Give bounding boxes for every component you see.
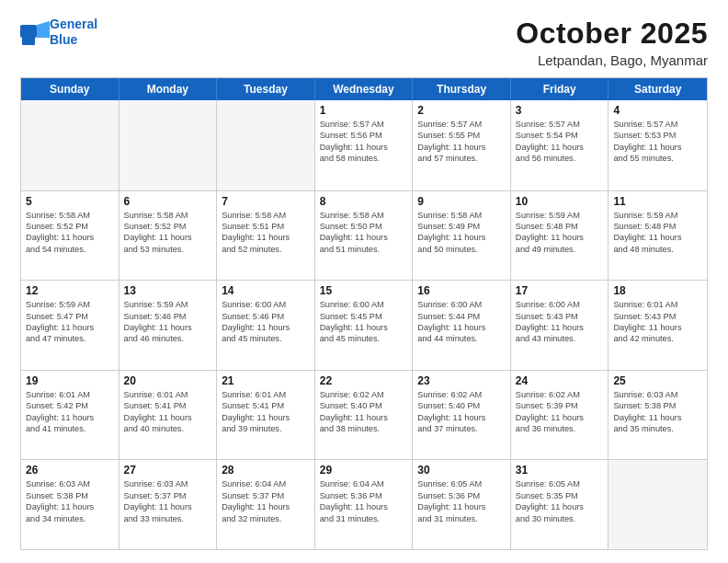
calendar-cell: 9Sunrise: 5:58 AMSunset: 5:49 PMDaylight… <box>413 191 511 281</box>
cell-text: Sunrise: 6:03 AMSunset: 5:38 PMDaylight:… <box>613 389 702 435</box>
header-day-sunday: Sunday <box>21 78 119 100</box>
day-number: 18 <box>613 284 702 297</box>
calendar-cell: 27Sunrise: 6:03 AMSunset: 5:37 PMDayligh… <box>119 460 218 549</box>
calendar-cell: 11Sunrise: 5:59 AMSunset: 5:48 PMDayligh… <box>609 191 707 281</box>
cell-text: Sunrise: 5:59 AMSunset: 5:46 PMDaylight:… <box>124 299 212 345</box>
header-day-thursday: Thursday <box>413 78 511 100</box>
calendar-cell: 28Sunrise: 6:04 AMSunset: 5:37 PMDayligh… <box>217 460 315 549</box>
calendar-cell: 20Sunrise: 6:01 AMSunset: 5:41 PMDayligh… <box>119 371 218 460</box>
location: Letpandan, Bago, Myanmar <box>516 52 708 68</box>
calendar-header: SundayMondayTuesdayWednesdayThursdayFrid… <box>21 78 707 100</box>
day-number: 11 <box>613 195 702 208</box>
day-number: 26 <box>26 464 114 477</box>
day-number: 6 <box>124 195 212 208</box>
svg-rect-2 <box>22 36 35 45</box>
svg-rect-0 <box>20 25 37 38</box>
calendar-cell: 19Sunrise: 6:01 AMSunset: 5:42 PMDayligh… <box>21 371 119 460</box>
cell-text: Sunrise: 6:05 AMSunset: 5:36 PMDaylight:… <box>417 478 506 524</box>
calendar-cell: 5Sunrise: 5:58 AMSunset: 5:52 PMDaylight… <box>21 191 119 281</box>
day-number: 12 <box>26 284 114 297</box>
day-number: 24 <box>516 374 604 387</box>
cell-text: Sunrise: 5:57 AMSunset: 5:53 PMDaylight:… <box>613 119 702 165</box>
logo: General Blue <box>20 17 97 48</box>
calendar-page: General Blue October 2025 Letpandan, Bag… <box>0 0 728 563</box>
cell-text: Sunrise: 5:59 AMSunset: 5:48 PMDaylight:… <box>613 210 702 256</box>
logo-text: General Blue <box>50 17 97 48</box>
day-number: 21 <box>222 374 310 387</box>
calendar-cell <box>119 100 218 190</box>
calendar-row: 26Sunrise: 6:03 AMSunset: 5:38 PMDayligh… <box>21 459 707 549</box>
day-number: 23 <box>417 374 506 387</box>
cell-text: Sunrise: 6:00 AMSunset: 5:45 PMDaylight:… <box>320 299 408 345</box>
calendar-cell <box>21 100 119 190</box>
calendar-cell: 24Sunrise: 6:02 AMSunset: 5:39 PMDayligh… <box>511 371 609 460</box>
day-number: 15 <box>320 284 408 297</box>
day-number: 7 <box>222 195 310 208</box>
cell-text: Sunrise: 5:57 AMSunset: 5:56 PMDaylight:… <box>320 119 408 165</box>
header-day-friday: Friday <box>511 78 609 100</box>
cell-text: Sunrise: 6:01 AMSunset: 5:42 PMDaylight:… <box>26 389 114 435</box>
page-header: General Blue October 2025 Letpandan, Bag… <box>20 17 708 68</box>
cell-text: Sunrise: 6:00 AMSunset: 5:43 PMDaylight:… <box>516 299 604 345</box>
cell-text: Sunrise: 6:03 AMSunset: 5:37 PMDaylight:… <box>124 478 212 524</box>
calendar-cell: 31Sunrise: 6:05 AMSunset: 5:35 PMDayligh… <box>511 460 609 549</box>
calendar-cell: 10Sunrise: 5:59 AMSunset: 5:48 PMDayligh… <box>511 191 609 281</box>
calendar-row: 19Sunrise: 6:01 AMSunset: 5:42 PMDayligh… <box>21 370 707 460</box>
day-number: 22 <box>320 374 408 387</box>
cell-text: Sunrise: 6:02 AMSunset: 5:40 PMDaylight:… <box>320 389 408 435</box>
day-number: 14 <box>222 284 310 297</box>
cell-text: Sunrise: 6:05 AMSunset: 5:35 PMDaylight:… <box>516 478 604 524</box>
calendar-cell: 22Sunrise: 6:02 AMSunset: 5:40 PMDayligh… <box>315 371 414 460</box>
calendar-cell: 8Sunrise: 5:58 AMSunset: 5:50 PMDaylight… <box>315 191 414 281</box>
day-number: 27 <box>124 464 212 477</box>
cell-text: Sunrise: 6:04 AMSunset: 5:36 PMDaylight:… <box>320 478 408 524</box>
day-number: 17 <box>516 284 604 297</box>
cell-text: Sunrise: 5:58 AMSunset: 5:51 PMDaylight:… <box>222 210 310 256</box>
calendar-row: 1Sunrise: 5:57 AMSunset: 5:56 PMDaylight… <box>21 100 707 190</box>
calendar-cell: 14Sunrise: 6:00 AMSunset: 5:46 PMDayligh… <box>217 281 315 370</box>
cell-text: Sunrise: 5:59 AMSunset: 5:48 PMDaylight:… <box>516 210 604 256</box>
day-number: 13 <box>124 284 212 297</box>
calendar-cell: 16Sunrise: 6:00 AMSunset: 5:44 PMDayligh… <box>413 281 511 370</box>
day-number: 8 <box>320 195 408 208</box>
cell-text: Sunrise: 5:57 AMSunset: 5:55 PMDaylight:… <box>417 119 506 165</box>
cell-text: Sunrise: 6:02 AMSunset: 5:39 PMDaylight:… <box>516 389 604 435</box>
cell-text: Sunrise: 6:01 AMSunset: 5:43 PMDaylight:… <box>613 299 702 345</box>
day-number: 3 <box>516 104 604 117</box>
calendar-cell: 21Sunrise: 6:01 AMSunset: 5:41 PMDayligh… <box>217 371 315 460</box>
calendar-cell: 17Sunrise: 6:00 AMSunset: 5:43 PMDayligh… <box>511 281 609 370</box>
calendar-row: 5Sunrise: 5:58 AMSunset: 5:52 PMDaylight… <box>21 190 707 281</box>
cell-text: Sunrise: 5:58 AMSunset: 5:52 PMDaylight:… <box>124 210 212 256</box>
calendar-cell: 6Sunrise: 5:58 AMSunset: 5:52 PMDaylight… <box>119 191 218 281</box>
day-number: 1 <box>320 104 408 117</box>
cell-text: Sunrise: 6:00 AMSunset: 5:46 PMDaylight:… <box>222 299 310 345</box>
cell-text: Sunrise: 5:58 AMSunset: 5:50 PMDaylight:… <box>320 210 408 256</box>
day-number: 16 <box>417 284 506 297</box>
day-number: 25 <box>613 374 702 387</box>
calendar-cell: 2Sunrise: 5:57 AMSunset: 5:55 PMDaylight… <box>413 100 511 190</box>
calendar-cell: 23Sunrise: 6:02 AMSunset: 5:40 PMDayligh… <box>413 371 511 460</box>
day-number: 29 <box>320 464 408 477</box>
month-title: October 2025 <box>516 17 708 51</box>
calendar-cell <box>609 460 707 549</box>
calendar-cell: 7Sunrise: 5:58 AMSunset: 5:51 PMDaylight… <box>217 191 315 281</box>
cell-text: Sunrise: 5:58 AMSunset: 5:49 PMDaylight:… <box>417 210 506 256</box>
day-number: 20 <box>124 374 212 387</box>
cell-text: Sunrise: 5:58 AMSunset: 5:52 PMDaylight:… <box>26 210 114 256</box>
day-number: 4 <box>613 104 702 117</box>
cell-text: Sunrise: 6:01 AMSunset: 5:41 PMDaylight:… <box>222 389 310 435</box>
header-day-saturday: Saturday <box>609 78 707 100</box>
logo-icon <box>20 21 46 43</box>
calendar-row: 12Sunrise: 5:59 AMSunset: 5:47 PMDayligh… <box>21 280 707 370</box>
calendar-cell: 30Sunrise: 6:05 AMSunset: 5:36 PMDayligh… <box>413 460 511 549</box>
cell-text: Sunrise: 5:59 AMSunset: 5:47 PMDaylight:… <box>26 299 114 345</box>
svg-marker-1 <box>37 21 50 38</box>
calendar-cell: 13Sunrise: 5:59 AMSunset: 5:46 PMDayligh… <box>119 281 218 370</box>
day-number: 28 <box>222 464 310 477</box>
calendar-cell: 25Sunrise: 6:03 AMSunset: 5:38 PMDayligh… <box>609 371 707 460</box>
day-number: 9 <box>417 195 506 208</box>
calendar-cell: 18Sunrise: 6:01 AMSunset: 5:43 PMDayligh… <box>609 281 707 370</box>
calendar-cell: 15Sunrise: 6:00 AMSunset: 5:45 PMDayligh… <box>315 281 414 370</box>
cell-text: Sunrise: 6:03 AMSunset: 5:38 PMDaylight:… <box>26 478 114 524</box>
title-block: October 2025 Letpandan, Bago, Myanmar <box>516 17 708 68</box>
